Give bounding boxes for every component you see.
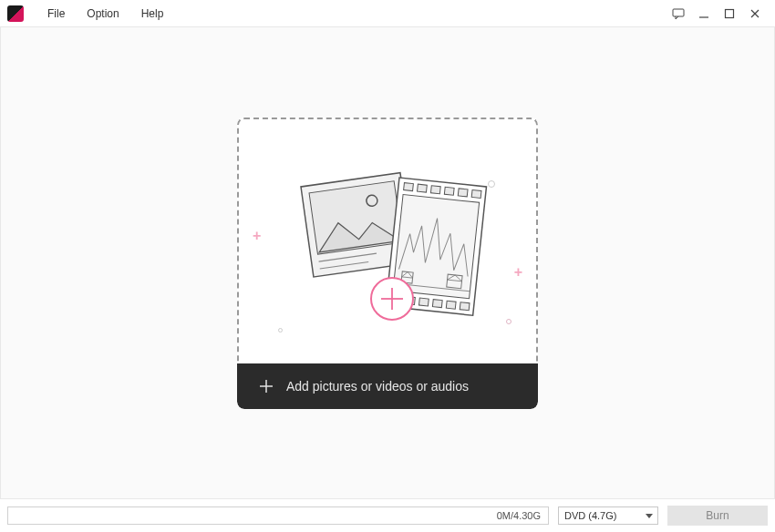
decorative-plus-icon: +	[253, 228, 261, 244]
svg-rect-12	[418, 184, 428, 192]
disc-usage-text: 0M/4.30G	[497, 510, 541, 521]
app-logo-icon	[7, 5, 24, 22]
svg-rect-20	[432, 299, 442, 307]
svg-rect-16	[471, 189, 481, 198]
media-illustration-icon	[251, 137, 524, 346]
decorative-circle-icon	[488, 180, 495, 188]
svg-rect-13	[430, 185, 440, 193]
window-controls	[671, 6, 768, 21]
svg-rect-0	[673, 9, 684, 16]
main-content: + +	[0, 27, 775, 498]
svg-rect-14	[444, 187, 454, 195]
add-media-button[interactable]: Add pictures or videos or audios	[237, 363, 538, 409]
bottom-bar: 0M/4.30G DVD (4.7G) Burn	[0, 498, 775, 531]
svg-rect-15	[458, 188, 468, 196]
decorative-plus-icon: +	[514, 264, 522, 281]
menu-help[interactable]: Help	[130, 0, 175, 26]
svg-rect-11	[404, 182, 414, 190]
minimize-button[interactable]	[697, 6, 711, 21]
decorative-circle-icon	[278, 328, 283, 332]
svg-rect-22	[460, 302, 470, 310]
feedback-icon[interactable]	[671, 6, 686, 21]
menu-file[interactable]: File	[36, 0, 76, 26]
media-dropzone[interactable]: + +	[237, 118, 538, 409]
menubar: File Option Help	[0, 0, 775, 27]
disc-type-select[interactable]: DVD (4.7G)	[558, 506, 658, 525]
svg-rect-2	[726, 9, 734, 17]
add-media-label: Add pictures or videos or audios	[286, 379, 469, 394]
svg-rect-21	[446, 301, 456, 309]
burn-button[interactable]: Burn	[667, 506, 768, 526]
plus-icon	[259, 379, 274, 394]
menu-option[interactable]: Option	[76, 0, 129, 26]
svg-rect-19	[418, 298, 429, 306]
dropzone-illustration-area: + +	[237, 118, 538, 363]
close-button[interactable]	[748, 6, 762, 21]
disc-type-value: DVD (4.7G)	[564, 510, 616, 521]
decorative-circle-icon	[506, 319, 512, 324]
disc-usage-bar: 0M/4.30G	[7, 506, 549, 525]
maximize-button[interactable]	[722, 6, 737, 21]
